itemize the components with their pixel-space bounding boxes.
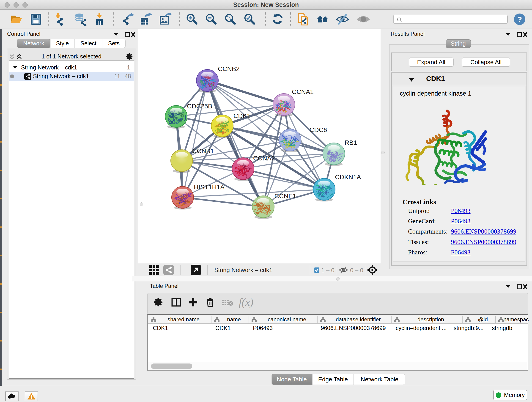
svg-text:CCNA2: CCNA2 [253,155,275,162]
svg-text:HIST1H1A: HIST1H1A [194,184,225,191]
svg-text:CDC6: CDC6 [310,126,327,133]
svg-text:CDK1: CDK1 [234,112,251,119]
svg-text:CCNB1: CCNB1 [192,147,214,154]
svg-text:CDKN1A: CDKN1A [335,173,361,181]
svg-text:CCNE1: CCNE1 [274,192,296,200]
svg-text:RB1: RB1 [345,139,357,146]
svg-text:CCNB2: CCNB2 [218,65,240,72]
svg-text:?: ? [517,15,522,24]
svg-text:CDC25B: CDC25B [187,103,212,110]
svg-text:CCNA1: CCNA1 [292,88,314,95]
